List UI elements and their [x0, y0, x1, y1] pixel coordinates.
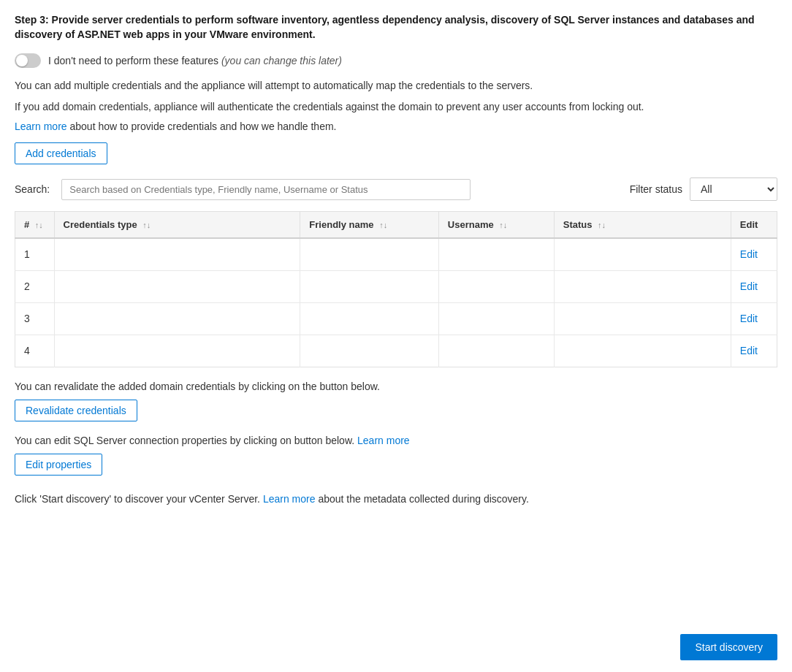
- table-row: 2 Edit: [15, 270, 777, 302]
- row-1-edit[interactable]: Edit: [731, 238, 777, 270]
- start-discovery-text: Click 'Start discovery' to discover your…: [15, 492, 777, 507]
- row-3-status: [554, 302, 731, 335]
- info-line-2: If you add domain credentials, appliance…: [15, 99, 777, 115]
- row-1-friendly-name: [300, 238, 438, 270]
- row-2-edit[interactable]: Edit: [731, 270, 777, 302]
- learn-more-credentials-link[interactable]: Learn more: [15, 121, 67, 132]
- row-2-username: [438, 270, 554, 302]
- add-credentials-row: Add credentials: [15, 142, 777, 164]
- col-header-edit: Edit: [731, 212, 777, 239]
- row-2-status: [554, 270, 731, 302]
- filter-status-select[interactable]: All Valid Invalid Pending: [690, 177, 777, 201]
- col-header-friendly-name[interactable]: Friendly name ↑↓: [300, 212, 438, 239]
- row-4-status: [554, 335, 731, 367]
- filter-status-label: Filter status: [630, 183, 682, 195]
- row-3-num: 3: [15, 302, 55, 335]
- start-discovery-learn-more-link[interactable]: Learn more: [263, 493, 316, 505]
- table-header-row: # ↑↓ Credentials type ↑↓ Friendly name ↑…: [15, 212, 777, 239]
- search-label: Search:: [15, 183, 50, 195]
- col-header-cred-type[interactable]: Credentials type ↑↓: [54, 212, 300, 239]
- filter-status-group: Filter status All Valid Invalid Pending: [630, 177, 777, 201]
- edit-properties-button[interactable]: Edit properties: [15, 454, 102, 476]
- toggle-switch[interactable]: [15, 53, 41, 68]
- start-discovery-button[interactable]: Start discovery: [680, 634, 777, 660]
- row-4-num: 4: [15, 335, 55, 367]
- row-1-cred-type: [54, 238, 300, 270]
- sort-icon-num: ↑↓: [35, 221, 43, 229]
- step-heading: Step 3: Provide server credentials to pe…: [15, 13, 777, 42]
- add-credentials-button[interactable]: Add credentials: [15, 142, 107, 164]
- col-header-username[interactable]: Username ↑↓: [438, 212, 554, 239]
- sort-icon-username: ↑↓: [499, 221, 507, 229]
- row-1-status: [554, 238, 731, 270]
- toggle-row: I don't need to perform these features (…: [15, 53, 777, 68]
- sort-icon-friendly-name: ↑↓: [379, 221, 387, 229]
- row-4-cred-type: [54, 335, 300, 367]
- row-4-edit[interactable]: Edit: [731, 335, 777, 367]
- table-row: 1 Edit: [15, 238, 777, 270]
- row-2-num: 2: [15, 270, 55, 302]
- col-header-num[interactable]: # ↑↓: [15, 212, 55, 239]
- row-3-edit[interactable]: Edit: [731, 302, 777, 335]
- learn-more-credentials-row: Learn more about how to provide credenti…: [15, 121, 777, 132]
- edit-properties-text: You can edit SQL Server connection prope…: [15, 435, 777, 446]
- revalidate-credentials-button[interactable]: Revalidate credentials: [15, 400, 137, 421]
- revalidate-text: You can revalidate the added domain cred…: [15, 381, 777, 392]
- bottom-bar: Start discovery: [666, 622, 792, 672]
- row-3-username: [438, 302, 554, 335]
- revalidate-btn-row: Revalidate credentials: [15, 400, 777, 421]
- search-input[interactable]: [61, 179, 471, 200]
- row-4-username: [438, 335, 554, 367]
- revalidate-row: You can revalidate the added domain cred…: [15, 381, 777, 392]
- table-row: 4 Edit: [15, 335, 777, 367]
- row-2-cred-type: [54, 270, 300, 302]
- row-3-friendly-name: [300, 302, 438, 335]
- info-line-1: You can add multiple credentials and the…: [15, 78, 777, 93]
- sort-icon-status: ↑↓: [598, 221, 606, 229]
- row-1-username: [438, 238, 554, 270]
- table-row: 3 Edit: [15, 302, 777, 335]
- row-3-cred-type: [54, 302, 300, 335]
- sort-icon-cred-type: ↑↓: [142, 221, 151, 229]
- edit-properties-btn-row: Edit properties: [15, 454, 777, 476]
- edit-properties-learn-more-link[interactable]: Learn more: [357, 435, 410, 446]
- toggle-label: I don't need to perform these features (…: [48, 55, 342, 66]
- row-4-friendly-name: [300, 335, 438, 367]
- search-filter-row: Search: Filter status All Valid Invalid …: [15, 177, 777, 201]
- row-1-num: 1: [15, 238, 55, 270]
- row-2-friendly-name: [300, 270, 438, 302]
- credentials-table: # ↑↓ Credentials type ↑↓ Friendly name ↑…: [15, 211, 777, 367]
- col-header-status[interactable]: Status ↑↓: [554, 212, 731, 239]
